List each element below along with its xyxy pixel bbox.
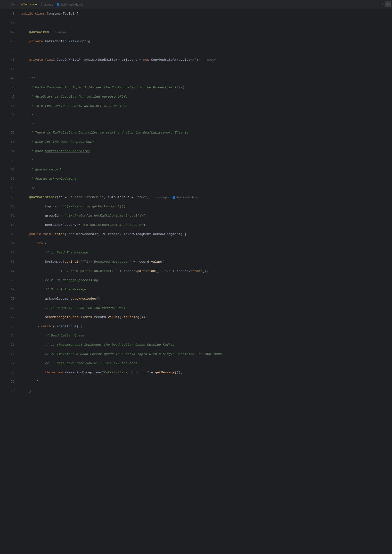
plain-59c: ,: [147, 193, 153, 201]
comment-74: // Dead Letter Queue: [45, 332, 84, 340]
plain-45c: CopyOnWriteArrayList<>();: [149, 56, 202, 64]
comment-48: * Kafka Consumer for Topic 1 (As per the…: [31, 84, 185, 92]
line-number-72: 72: [0, 313, 19, 321]
comment-51b: ~: [23, 119, 34, 128]
code-line-53: 53 * also for the Demo Purpose ONLY: [0, 137, 392, 147]
indent-72: [21, 313, 45, 321]
line-number-80: 80: [0, 387, 19, 395]
line-number-62: 62: [0, 221, 19, 229]
code-line-70: 70 acknowledgment. acknowledge ();: [0, 294, 392, 303]
comment-57a: * @param: [31, 175, 49, 183]
gutter-icon-39[interactable]: ⚙: [385, 1, 391, 7]
line-number-44: 44: [0, 47, 19, 55]
indent-68: [21, 276, 45, 285]
code-line-77: 77 // goes down then you will lose all t…: [0, 359, 392, 368]
indent-50: [21, 102, 31, 110]
line-content-71: // IF REQUIRED - FOR TESTING PURPOSE ONL…: [19, 304, 392, 312]
indent-76: [21, 350, 45, 358]
method-listen: listen: [53, 230, 65, 238]
string-59b: "true": [135, 193, 147, 201]
code-line-44: 44: [0, 46, 392, 55]
plain-63b: [51, 230, 53, 238]
code-line-51: 51 * ~: [0, 111, 392, 128]
comment-54b: KafkaListenerController: [45, 147, 90, 155]
line-content-75: // 1. (Recommended) Implement the Dead L…: [19, 341, 392, 349]
kw-void-63: void: [43, 230, 51, 238]
line-number-66: 66: [0, 258, 19, 266]
code-line-58: 58 */: [0, 184, 392, 193]
indent-75: [21, 341, 45, 349]
close-gutter-39[interactable]: ×: [380, 1, 385, 6]
author-59: 👤 Araf Karsh Hamid: [170, 193, 199, 201]
line-content-63: public void listen (ConsumerRecord<?, ?>…: [19, 230, 392, 238]
line-content-67: + ", from partition/offset: " + record. …: [19, 267, 392, 275]
method-tostring: toString: [123, 313, 139, 321]
line-number-73: 73: [0, 322, 19, 331]
code-line-50: 50 * In a real world scenario autostart …: [0, 101, 392, 111]
indent-63: [21, 230, 29, 238]
comment-54a: * @see: [31, 147, 45, 155]
usages-emitters: 3 usages: [204, 56, 216, 64]
code-line-46: 46: [0, 65, 392, 74]
line-content-60: topics = "#{kafkaConfig.getKafkaTopic1()…: [19, 202, 392, 211]
kw-public-63: public: [29, 230, 41, 238]
line-content-69: // 3. Ack the Message: [19, 285, 392, 294]
indent-66: [21, 258, 45, 266]
code-line-59: 59 @KafkaListener (id = "fusionListenerT…: [0, 193, 392, 202]
annotation-service: @Service: [21, 0, 37, 9]
comment-68: // 2. Do Message processing: [45, 276, 98, 285]
line-number-67: 67: [0, 267, 19, 275]
string-66: "T1>> Received message: ": [82, 258, 131, 266]
line-content-39: @Service 3 usages 👤 Araf Karsh Hamid: [19, 0, 392, 9]
comment-55: *: [31, 156, 33, 165]
line-number-45: 45: [0, 56, 19, 64]
line-number-50: 50: [0, 102, 19, 110]
code-line-76: 76 // 2. Implement a Dead Letter Queue i…: [0, 350, 392, 359]
indent-73: [21, 322, 37, 331]
comment-58: */: [31, 184, 35, 192]
code-line-74: 74 // Dead Letter Queue: [0, 331, 392, 340]
indent-74: [21, 332, 45, 340]
line-content-50: * In a real world scenario autostart wil…: [19, 102, 392, 110]
kw-new-45: new: [143, 56, 149, 64]
indent-54: [21, 147, 31, 155]
line-number-40: 40: [0, 10, 19, 18]
line-content-70: acknowledgment. acknowledge ();: [19, 295, 392, 303]
line-content-43: private KafkaConfig kafkaConfig;: [19, 37, 392, 46]
plain-66c: (: [80, 258, 82, 266]
indent-77: [21, 359, 45, 368]
comment-75: // 1. (Recommended) Implement the Dead L…: [45, 341, 175, 349]
plain-73a: }: [37, 322, 41, 331]
string-62: "KafkaListenerContainerFactory": [82, 221, 143, 229]
plain-67e: ());: [202, 267, 210, 275]
line-content-48: * Kafka Consumer for Topic 1 (As per the…: [19, 84, 392, 92]
plain-64: {: [43, 239, 47, 248]
kw-private-43: private: [29, 37, 43, 46]
indent-56: [21, 166, 31, 174]
code-line-57: 57 * @param acknowledgment: [0, 174, 392, 184]
code-line-42: 42 @Autowired no usages: [0, 28, 392, 37]
line-content-65: // 1. Read The message: [19, 249, 392, 257]
code-line-71: 71 // IF REQUIRED - FOR TESTING PURPOSE …: [0, 303, 392, 313]
line-content-58: */: [19, 184, 392, 192]
code-line-75: 75 // 1. (Recommended) Implement the Dea…: [0, 340, 392, 350]
indent-58: [21, 184, 31, 192]
line-content-76: // 2. Implement a Dead Letter Queue in a…: [19, 350, 392, 358]
code-line-48: 48 * Kafka Consumer for Topic 1 (As per …: [0, 83, 392, 92]
comment-53: * also for the Demo Purpose ONLY: [31, 138, 94, 146]
code-line-69: 69 // 3. Ack the Message: [0, 285, 392, 294]
line-number-79: 79: [0, 378, 19, 386]
string-67: ", from partition/offset: ": [65, 267, 118, 275]
plain-80: }: [29, 387, 31, 395]
plain-59b: , autoStartup =: [104, 193, 135, 201]
code-line-63: 63 public void listen (ConsumerRecord<?,…: [0, 230, 392, 239]
line-number-53: 53: [0, 138, 19, 146]
method-partition: partition: [137, 267, 155, 275]
line-number-59: 59: [0, 193, 19, 201]
line-number-47: 47: [0, 74, 19, 83]
line-content-78: throw new MessagingException( "KafkaList…: [19, 369, 392, 377]
string-78: "KafkaListener Error : ": [102, 369, 149, 377]
line-number-55: 55: [0, 156, 19, 165]
code-line-43: 43 private KafkaConfig kafkaConfig;: [0, 37, 392, 46]
line-number-61: 61: [0, 212, 19, 220]
